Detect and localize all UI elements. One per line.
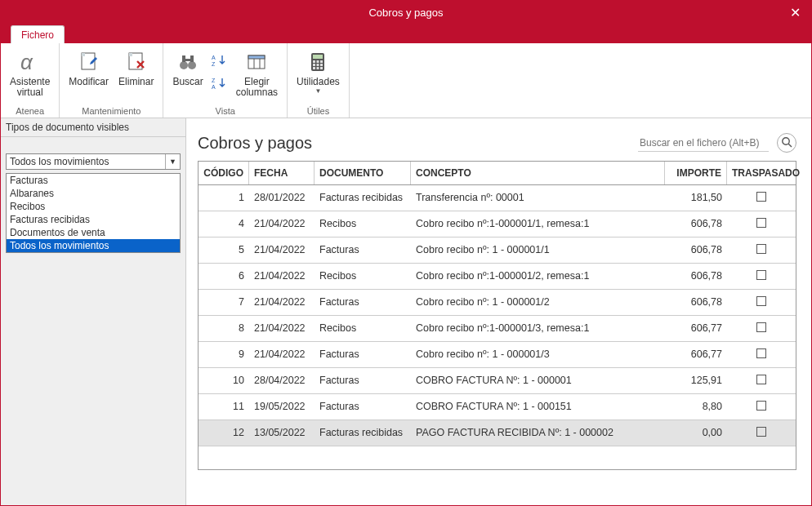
filter-item[interactable]: Documentos de venta — [7, 226, 180, 239]
cell-documento: Facturas — [315, 394, 411, 419]
eliminar-button[interactable]: Eliminar — [114, 47, 158, 90]
cell-concepto: Cobro recibo nº: 1 - 000001/1 — [411, 237, 665, 263]
col-traspasado[interactable]: TRASPASADO — [727, 162, 796, 184]
sort-desc-button[interactable]: ZA — [209, 73, 230, 94]
col-importe[interactable]: IMPORTE — [665, 162, 727, 184]
asistente-virtual-button[interactable]: α Asistente virtual — [6, 47, 54, 100]
cell-traspasado — [727, 237, 796, 263]
close-icon: ✕ — [790, 5, 801, 20]
cell-traspasado — [727, 342, 796, 367]
checkbox-icon[interactable] — [756, 192, 766, 202]
col-fecha[interactable]: FECHA — [249, 162, 315, 184]
window-title: Cobros y pagos — [368, 7, 443, 19]
ribbon-group-label: Útiles — [307, 104, 330, 116]
ribbon-label: virtual — [17, 87, 43, 98]
binoculars-icon — [175, 49, 201, 75]
search-button[interactable] — [777, 133, 796, 153]
col-codigo[interactable]: CÓDIGO — [199, 162, 249, 184]
checkbox-icon[interactable] — [756, 348, 766, 358]
cell-importe: 0,00 — [665, 420, 727, 446]
cell-documento: Recibos — [315, 264, 411, 289]
svg-rect-23 — [320, 64, 323, 66]
cell-fecha: 21/04/2022 — [249, 316, 315, 341]
cell-documento: Facturas — [315, 368, 411, 393]
col-documento[interactable]: DOCUMENTO — [315, 162, 411, 184]
filter-item[interactable]: Facturas recibidas — [7, 213, 180, 226]
svg-rect-19 — [317, 60, 319, 63]
cell-fecha: 21/04/2022 — [249, 211, 315, 237]
cell-fecha: 19/05/2022 — [249, 394, 315, 419]
cell-concepto: Cobro recibo nº: 1 - 000001/3 — [411, 342, 665, 367]
cell-fecha: 21/04/2022 — [249, 237, 315, 263]
cell-concepto: Cobro recibo nº:1-000001/3, remesa:1 — [411, 316, 665, 341]
filter-item[interactable]: Facturas — [7, 174, 180, 187]
cell-documento: Facturas — [315, 290, 411, 315]
col-concepto[interactable]: CONCEPTO — [411, 162, 665, 184]
search-input[interactable] — [638, 135, 769, 152]
table-row[interactable]: 721/04/2022FacturasCobro recibo nº: 1 - … — [199, 290, 796, 316]
table-row[interactable]: 1028/04/2022FacturasCOBRO FACTURA Nº: 1 … — [199, 368, 796, 394]
cell-documento: Recibos — [315, 211, 411, 237]
svg-text:Z: Z — [212, 61, 216, 67]
checkbox-icon[interactable] — [756, 427, 766, 437]
table-row[interactable]: 1213/05/2022Facturas recibidasPAGO FACTU… — [199, 420, 796, 446]
elegir-columnas-button[interactable]: Elegir columnas — [232, 47, 282, 100]
ribbon-group-label: Vista — [216, 104, 235, 116]
filter-item[interactable]: Albaranes — [7, 187, 180, 200]
ribbon: α Asistente virtual Atenea Modificar Eli… — [1, 43, 811, 118]
ribbon-group-vista: Buscar AZ ZA Elegir col — [163, 43, 288, 118]
checkbox-icon[interactable] — [756, 296, 766, 306]
table-row[interactable]: 921/04/2022FacturasCobro recibo nº: 1 - … — [199, 342, 796, 368]
cell-importe: 606,78 — [665, 211, 727, 237]
main-area: Cobros y pagos CÓDIGO FECHA DOCUMENTO CO… — [186, 118, 811, 506]
cell-codigo: 11 — [199, 394, 249, 419]
filter-list: FacturasAlbaranesRecibosFacturas recibid… — [6, 173, 181, 253]
cell-codigo: 12 — [199, 420, 249, 446]
buscar-button[interactable]: Buscar — [168, 47, 207, 90]
svg-rect-17 — [313, 55, 323, 59]
cell-traspasado — [727, 185, 796, 211]
ribbon-group-label: Mantenimiento — [82, 104, 141, 116]
cell-documento: Recibos — [315, 316, 411, 341]
svg-rect-6 — [190, 55, 194, 62]
filter-item[interactable]: Todos los movimientos — [7, 239, 180, 252]
cell-importe: 8,80 — [665, 394, 727, 419]
checkbox-icon[interactable] — [756, 244, 766, 254]
table-row[interactable]: 821/04/2022RecibosCobro recibo nº:1-0000… — [199, 316, 796, 342]
cell-codigo: 8 — [199, 316, 249, 341]
modificar-button[interactable]: Modificar — [65, 47, 113, 90]
cell-traspasado — [727, 290, 796, 315]
alpha-icon: α — [17, 49, 43, 75]
table-row[interactable]: 521/04/2022FacturasCobro recibo nº: 1 - … — [199, 237, 796, 264]
checkbox-icon[interactable] — [756, 401, 766, 411]
checkbox-icon[interactable] — [756, 270, 766, 280]
columns-icon — [243, 49, 270, 75]
ribbon-label: Eliminar — [118, 77, 154, 87]
table-row[interactable]: 621/04/2022RecibosCobro recibo nº:1-0000… — [199, 264, 796, 290]
ribbon-label: Buscar — [172, 77, 203, 87]
grid-header: CÓDIGO FECHA DOCUMENTO CONCEPTO IMPORTE … — [199, 162, 796, 185]
checkbox-icon[interactable] — [756, 218, 766, 228]
filter-item[interactable]: Recibos — [7, 200, 180, 213]
cell-documento: Facturas — [315, 342, 411, 367]
table-row[interactable]: 1119/05/2022FacturasCOBRO FACTURA Nº: 1 … — [199, 394, 796, 420]
filter-combo[interactable]: Todos los movimientos ▼ — [6, 153, 181, 170]
table-row[interactable]: 128/01/2022Facturas recibidasTransferenc… — [199, 185, 796, 211]
svg-point-3 — [180, 61, 188, 69]
cell-traspasado — [727, 264, 796, 289]
chevron-down-icon: ▼ — [165, 154, 180, 169]
checkbox-icon[interactable] — [756, 322, 766, 332]
title-bar: Cobros y pagos ✕ — [1, 1, 811, 24]
utilidades-button[interactable]: Utilidades ▼ — [292, 47, 344, 98]
svg-text:A: A — [212, 84, 216, 90]
tab-fichero[interactable]: Fichero — [11, 25, 65, 43]
cell-fecha: 21/04/2022 — [249, 342, 315, 367]
svg-point-27 — [783, 137, 789, 144]
cell-importe: 606,78 — [665, 264, 727, 289]
cell-fecha: 28/04/2022 — [249, 368, 315, 393]
checkbox-icon[interactable] — [756, 375, 766, 384]
cell-codigo: 9 — [199, 342, 249, 367]
sort-asc-button[interactable]: AZ — [209, 50, 230, 71]
table-row[interactable]: 421/04/2022RecibosCobro recibo nº:1-0000… — [199, 211, 796, 237]
close-button[interactable]: ✕ — [779, 1, 811, 24]
